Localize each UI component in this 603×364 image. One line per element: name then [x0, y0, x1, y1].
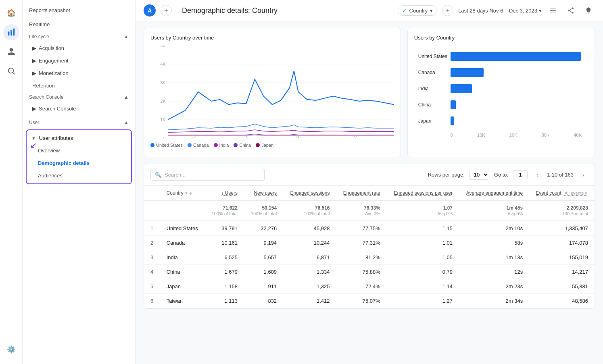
- row-rank: 4: [144, 265, 160, 279]
- sidebar-item-retention[interactable]: Retention: [23, 79, 135, 92]
- sidebar-item-overview[interactable]: Overview: [27, 144, 131, 157]
- home-icon[interactable]: 🏠: [3, 5, 19, 21]
- row-avg-engagement-time: 12s: [459, 265, 529, 279]
- sidebar-item-reports-snapshot[interactable]: Reports snapshot: [23, 3, 135, 17]
- row-event-count: 55,881: [529, 279, 595, 294]
- search-icon: 🔍: [155, 172, 161, 178]
- rows-per-page-label: Rows per page:: [428, 172, 465, 178]
- svg-text:19: 19: [244, 135, 248, 138]
- row-users: 10,161: [205, 236, 244, 250]
- settings-icon[interactable]: ⚙️: [3, 341, 19, 358]
- search-console-chevron: ▲: [124, 94, 129, 100]
- user-attributes-subsection: ▼ User attributes Overview Demographic d…: [26, 129, 132, 184]
- col-header-rank: [144, 186, 160, 201]
- bar-row-japan: Japan: [451, 116, 582, 125]
- sidebar-item-audiences[interactable]: Audiences: [27, 169, 131, 182]
- row-rank: 2: [144, 236, 160, 250]
- col-header-event-count[interactable]: Event count All events ▾: [529, 186, 595, 201]
- legend-india: India: [214, 143, 229, 148]
- lifecycle-section[interactable]: Life cycle ▲: [23, 31, 135, 42]
- bar-row-us: United States: [451, 52, 582, 61]
- col-header-engaged-sessions-per-user[interactable]: Engaged sessions per user: [387, 186, 459, 201]
- col-header-engaged-sessions[interactable]: Engaged sessions: [283, 186, 336, 201]
- total-engagement-rate: 76.33%Avg 0%: [336, 201, 386, 221]
- add-comparison-button[interactable]: +: [442, 5, 453, 16]
- bar-india: [451, 84, 472, 93]
- date-range-chevron: ▾: [539, 8, 542, 14]
- go-to-input[interactable]: [513, 170, 528, 179]
- col-header-avg-engagement-time[interactable]: Average engagement time: [459, 186, 529, 201]
- row-avg-engagement-time: 58s: [459, 236, 529, 250]
- topbar-divider: [177, 6, 177, 15]
- chip-chevron: ▾: [430, 8, 433, 14]
- customize-report-button[interactable]: [547, 4, 559, 17]
- col-header-users[interactable]: ↓ Users: [205, 186, 244, 201]
- user-attributes-title[interactable]: ▼ User attributes: [27, 132, 131, 144]
- svg-rect-2: [13, 29, 15, 35]
- rows-per-page-select[interactable]: 10 25 50: [469, 170, 489, 180]
- country-filter-chip[interactable]: ✓ Country ▾: [398, 5, 438, 16]
- svg-text:4K: 4K: [161, 62, 166, 67]
- insights-button[interactable]: [582, 4, 595, 17]
- row-sessions-per-user: 1.15: [387, 221, 459, 236]
- arrow-indicator: ↙: [30, 141, 37, 150]
- event-count-label: Event count: [536, 190, 561, 196]
- sidebar-item-engagement[interactable]: ▶ Engagement: [23, 54, 135, 67]
- row-users: 1,158: [205, 279, 244, 294]
- user-section[interactable]: User ▲: [23, 117, 135, 128]
- row-engaged-sessions: 45,928: [283, 221, 336, 236]
- row-country: Japan: [160, 279, 205, 294]
- bar-japan: [451, 116, 454, 125]
- country-col-label: Country: [167, 190, 184, 196]
- country-filter-icon[interactable]: ▾: [185, 191, 188, 196]
- person-icon[interactable]: [3, 44, 19, 60]
- svg-line-4: [13, 73, 15, 74]
- event-count-filter[interactable]: All events ▾: [565, 191, 588, 196]
- row-country: Taiwan: [160, 294, 205, 308]
- country-add-icon[interactable]: +: [189, 190, 192, 196]
- legend-canada: Canada: [188, 143, 209, 148]
- bar-row-india: India: [451, 84, 582, 93]
- col-header-new-users[interactable]: New users: [244, 186, 283, 201]
- next-page-button[interactable]: ›: [578, 170, 588, 180]
- check-icon: ✓: [402, 7, 407, 14]
- search-placeholder: Search...: [165, 172, 186, 178]
- row-sessions-per-user: 1.14: [387, 279, 459, 294]
- acquisition-expand-icon: ▶: [32, 45, 36, 51]
- user-avatar[interactable]: A: [144, 4, 156, 17]
- col-header-country[interactable]: Country ▾ +: [160, 186, 205, 201]
- col-header-engagement-rate[interactable]: Engagement rate: [336, 186, 386, 201]
- row-engaged-sessions: 10,244: [283, 236, 336, 250]
- line-chart-legend: United States Canada India China: [150, 143, 394, 148]
- prev-page-button[interactable]: ‹: [532, 170, 542, 180]
- search-box[interactable]: 🔍 Search...: [150, 169, 265, 181]
- share-button[interactable]: [564, 4, 577, 17]
- row-sessions-per-user: 1.27: [387, 294, 459, 308]
- user-attributes-expand-icon: ▼: [31, 136, 36, 141]
- sidebar-item-realtime[interactable]: Realtime: [23, 17, 135, 31]
- total-country: [160, 201, 205, 221]
- sidebar-item-monetization[interactable]: ▶ Monetization: [23, 67, 135, 79]
- sidebar-item-search-console[interactable]: ▶ Search Console: [23, 102, 135, 115]
- icon-bar: 🏠 ⚙️: [0, 0, 23, 364]
- row-users: 1,113: [205, 294, 244, 308]
- add-stream-button[interactable]: +: [161, 5, 172, 16]
- bar-us: [451, 52, 581, 61]
- date-range-picker[interactable]: Last 28 days Nov 6 – Dec 3, 2023 ▾: [458, 8, 542, 14]
- sidebar-item-acquisition[interactable]: ▶ Acquisition: [23, 42, 135, 54]
- sidebar-item-demographic-details[interactable]: Demographic details: [27, 157, 131, 169]
- total-engaged-sessions-per-user: 1.07Avg 0%: [387, 201, 459, 221]
- analytics-icon[interactable]: [3, 24, 19, 40]
- row-country: China: [160, 265, 205, 279]
- row-users: 1,679: [205, 265, 244, 279]
- table-pager: Rows per page: 10 25 50 Go to: ‹ 1-10 of…: [428, 170, 588, 180]
- search-console-section[interactable]: Search Console ▲: [23, 92, 135, 102]
- total-rank: [144, 201, 160, 221]
- search-console-icon[interactable]: [3, 63, 19, 79]
- row-new-users: 9,194: [244, 236, 283, 250]
- row-avg-engagement-time: 2m 23s: [459, 279, 529, 294]
- svg-text:26: 26: [296, 135, 300, 138]
- legend-dot-japan: [256, 143, 260, 147]
- charts-row: Users by Country over time 5K 4K 3K: [144, 28, 595, 157]
- bar-canada: [451, 68, 484, 77]
